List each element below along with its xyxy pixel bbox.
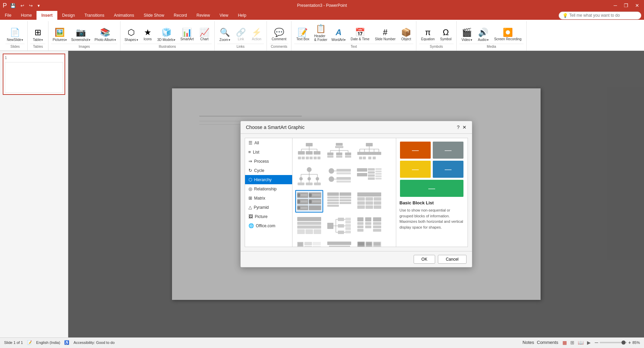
cat-matrix[interactable]: ⊞ Matrix (245, 193, 292, 203)
comments-button[interactable]: Comments (537, 340, 558, 345)
wordart-button[interactable]: A WordArt ▾ (330, 26, 347, 42)
cat-all[interactable]: ☰ All (245, 138, 292, 147)
tab-home[interactable]: Home (16, 11, 37, 20)
date-time-button[interactable]: 📅 Date & Time (348, 27, 371, 42)
tab-review[interactable]: Review (192, 11, 215, 20)
cat-relationship[interactable]: ◎ Relationship (245, 184, 292, 193)
tab-insert[interactable]: Insert (37, 11, 57, 20)
tell-me-input[interactable] (569, 13, 638, 18)
graphic-half-circle-org[interactable] (355, 141, 383, 163)
tab-animations[interactable]: Animations (109, 11, 139, 20)
tell-me[interactable]: 💡 (559, 12, 641, 19)
graphic-basic-block-list[interactable] (295, 190, 323, 213)
graphic-indented-hierarchy[interactable] (325, 239, 353, 247)
screen-recording-button[interactable]: ⏺️ Screen Recording (492, 27, 524, 42)
comment-button[interactable]: 💬 Comment (270, 27, 288, 42)
quick-customize-icon[interactable]: ▾ (36, 2, 41, 9)
smartart-button[interactable]: 📊 SmartArt (178, 27, 196, 42)
header-footer-button[interactable]: 📋 Header& Footer (313, 23, 329, 42)
tab-slideshow[interactable]: Slide Show (139, 11, 169, 20)
tab-record[interactable]: Record (169, 11, 192, 20)
graphic-orgchart[interactable] (295, 141, 323, 163)
dialog-cancel-button[interactable]: Cancel (438, 255, 466, 264)
svg-rect-100 (340, 192, 351, 196)
shapes-button[interactable]: ⬡ Shapes ▾ (123, 26, 140, 42)
graphic-labeled-hierarchy[interactable] (295, 165, 323, 188)
graphic-labeled-hierarchy-2[interactable] (355, 215, 383, 237)
svg-rect-154 (304, 246, 312, 247)
tab-transitions[interactable]: Transitions (80, 11, 109, 20)
symbol-button[interactable]: Ω Symbol (438, 27, 454, 42)
ribbon-content: 📄 New Slide ▾ Slides ⊞ (0, 20, 644, 50)
zoom-out-button[interactable]: ─ (595, 340, 598, 345)
tab-design[interactable]: Design (57, 11, 80, 20)
audio-button[interactable]: 🔊 Audio ▾ (476, 26, 491, 42)
svg-point-52 (307, 177, 311, 180)
chart-button[interactable]: 📈 Chart (197, 27, 212, 42)
slideshow-view-button[interactable]: ▶ (586, 339, 592, 346)
graphic-horizontal-bullet-list[interactable] (325, 190, 353, 213)
graphic-indented-list-hierarchy[interactable] (355, 165, 383, 188)
svg-rect-40 (376, 152, 381, 155)
cat-officecom[interactable]: 🌐 Office.com (245, 221, 292, 230)
cat-hierarchy[interactable]: ⬡ Hierarchy (245, 175, 292, 184)
tab-view[interactable]: View (215, 11, 233, 20)
icons-button[interactable]: ★ Icons (141, 27, 155, 42)
slide-sorter-button[interactable]: ⊞ (569, 339, 576, 346)
video-button[interactable]: 🎬 Video ▾ (459, 26, 474, 42)
svg-rect-66 (337, 177, 351, 180)
zoom-button[interactable]: 🔍 Zoom ▾ (217, 26, 232, 42)
window-minimize-button[interactable]: ─ (612, 2, 619, 9)
cat-process[interactable]: ⇒ Process (245, 157, 292, 166)
graphic-hierarchy-list[interactable] (325, 165, 353, 188)
dialog-help-button[interactable]: ? (457, 125, 460, 130)
graphic-horizontal-hierarchy[interactable] (325, 215, 353, 237)
slide-number-button[interactable]: # Slide Number (373, 27, 398, 42)
photo-album-button[interactable]: 📚 Photo Album ▾ (93, 26, 117, 42)
ribbon-group-comments-label: Comments (270, 44, 288, 49)
window-close-button[interactable]: ✕ (633, 2, 641, 9)
title-bar: P 💾 ↩ ↪ ▾ Presentation3 - PowerPoint ─ ❐… (0, 0, 644, 11)
object-button[interactable]: 📦 Object (399, 27, 413, 42)
svg-rect-115 (297, 222, 321, 225)
pictures-button[interactable]: 🖼️ Pictures ▾ (51, 26, 68, 42)
quick-save-icon[interactable]: 💾 (9, 2, 17, 9)
ribbon-group-illustrations-items: ⬡ Shapes ▾ ★ Icons 🧊 3D Models ▾ 📊 Smar (123, 23, 212, 42)
3d-models-button[interactable]: 🧊 3D Models ▾ (156, 26, 177, 42)
equation-button[interactable]: π Equation (419, 27, 437, 42)
reading-view-button[interactable]: 📖 (576, 339, 585, 346)
graphic-bracket-list[interactable] (295, 239, 323, 247)
svg-rect-84 (312, 194, 320, 196)
graphic-horizontal-multi-level[interactable] (355, 239, 383, 247)
zoom-slider[interactable] (600, 342, 627, 343)
cat-list[interactable]: ≡ List (245, 147, 292, 157)
dialog-ok-button[interactable]: OK (414, 255, 435, 264)
graphic-table-hierarchy[interactable] (355, 190, 383, 213)
notes-button[interactable]: Notes (523, 340, 534, 345)
new-slide-button[interactable]: 📄 New Slide ▾ (5, 26, 25, 42)
dialog-close-button[interactable]: ✕ (462, 125, 467, 130)
graphic-arch-hierarchy[interactable] (295, 215, 323, 237)
svg-rect-106 (366, 197, 373, 201)
cat-cycle[interactable]: ↻ Cycle (245, 166, 292, 175)
link-button[interactable]: 🔗 Link (234, 27, 248, 42)
quick-redo-icon[interactable]: ↪ (28, 2, 34, 9)
tab-file[interactable]: File (0, 11, 16, 20)
table-button[interactable]: ⊞ Table ▾ (30, 26, 45, 42)
screenshot-button[interactable]: 📷 Screenshot ▾ (70, 26, 92, 42)
ribbon-group-comments-items: 💬 Comment (270, 23, 288, 42)
normal-view-button[interactable]: ▦ (561, 339, 568, 346)
tab-help[interactable]: Help (233, 11, 251, 20)
quick-undo-icon[interactable]: ↩ (19, 2, 26, 9)
window-restore-button[interactable]: ❐ (622, 2, 630, 9)
cat-picture[interactable]: 🖼 Picture (245, 212, 292, 221)
graphic-name-and-title[interactable] (325, 141, 353, 163)
svg-rect-0 (306, 143, 313, 146)
svg-rect-150 (298, 247, 303, 247)
slide-thumbnail-1[interactable]: 1 (3, 54, 65, 95)
zoom-in-button[interactable]: + (628, 340, 631, 345)
cat-pyramid[interactable]: △ Pyramid (245, 203, 292, 212)
textbox-button[interactable]: 📝 Text Box (294, 27, 311, 42)
action-button[interactable]: ⚡ Action (249, 27, 264, 42)
svg-rect-11 (306, 157, 309, 159)
